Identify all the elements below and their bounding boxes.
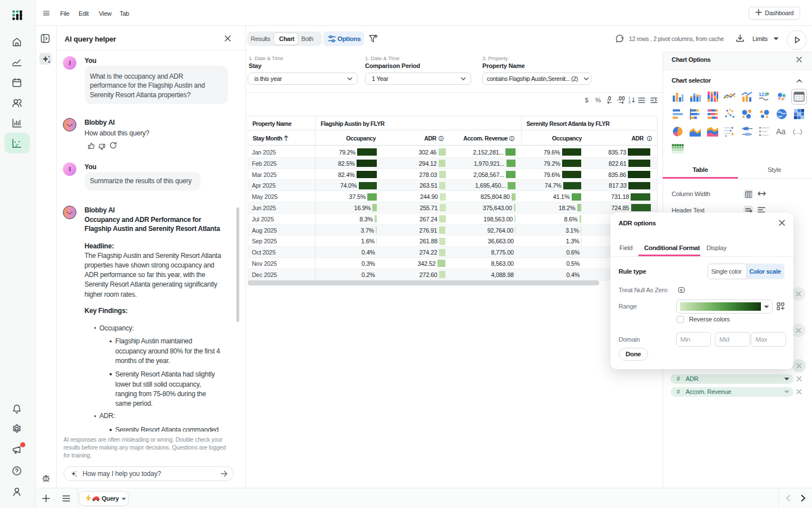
svg-text:(...): (...)	[793, 128, 802, 135]
svg-text:3: 3	[628, 100, 631, 104]
svg-text:Aa: Aa	[776, 127, 786, 136]
svg-text:123: 123	[759, 92, 767, 97]
